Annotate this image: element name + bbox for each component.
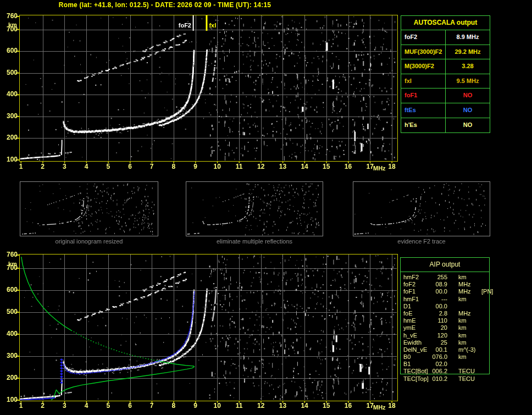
aip-label: Ewidth bbox=[403, 339, 431, 346]
aip-unit: TECU bbox=[447, 368, 478, 375]
aip-value: 08.9 bbox=[431, 281, 447, 288]
aip-unit: km bbox=[447, 339, 478, 346]
aip-label: hmF2 bbox=[403, 274, 431, 281]
aip-value: 255 bbox=[431, 274, 447, 281]
y-tick-label: 760 bbox=[0, 12, 18, 20]
x-tick-label: 6 bbox=[124, 163, 136, 170]
y-tick-label: 100 bbox=[0, 396, 18, 403]
parameter-value: 3.28 bbox=[446, 59, 490, 74]
x-tick-label: 16 bbox=[342, 163, 354, 170]
aip-row: Ewidth25km bbox=[403, 339, 489, 346]
aip-unit: km bbox=[447, 274, 478, 281]
aip-row: foE2.8MHz bbox=[403, 310, 489, 317]
aip-extra bbox=[478, 353, 489, 361]
aip-unit: MHz bbox=[447, 288, 478, 295]
y-tick-label: 300 bbox=[0, 112, 18, 120]
aip-value: 076.0 bbox=[431, 353, 447, 361]
parameter-value: 9.5 MHz bbox=[446, 74, 490, 88]
aip-unit: MHz bbox=[447, 281, 478, 288]
autoscala-row: fxI9.5 MHz bbox=[401, 74, 490, 89]
aip-unit bbox=[447, 303, 478, 310]
x-tick-label: 18 bbox=[386, 163, 398, 170]
parameter-label: foF1 bbox=[401, 88, 446, 103]
aip-unit bbox=[447, 361, 478, 368]
aip-extra bbox=[478, 368, 489, 375]
autoscala-row: ftEsNO bbox=[401, 103, 490, 118]
aip-value: 25 bbox=[431, 339, 447, 346]
aip-value: 00.0 bbox=[431, 288, 447, 295]
aip-row: hmF1---km bbox=[403, 296, 489, 303]
x-tick-label: 14 bbox=[298, 163, 311, 170]
autoscala-row: M(3000)F23.28 bbox=[401, 59, 490, 74]
parameter-value: NO bbox=[446, 88, 490, 103]
aip-unit: m^(-3) bbox=[447, 346, 478, 353]
y-tick-label: 100 bbox=[0, 156, 18, 163]
x-tick-label: 13 bbox=[276, 163, 289, 170]
x-tick-label: 16 bbox=[342, 402, 354, 410]
x-tick-label: 5 bbox=[102, 163, 114, 170]
parameter-label: MUF(3000)F2 bbox=[401, 45, 446, 59]
aip-row: TEC[Bot]006.2TECU bbox=[403, 368, 489, 375]
x-tick-label: 15 bbox=[320, 402, 332, 410]
parameter-label: ftEs bbox=[401, 103, 446, 118]
y-tick-label: 760 bbox=[0, 251, 18, 258]
y-tick-label: 400 bbox=[0, 330, 18, 337]
parameter-label: M(3000)F2 bbox=[401, 59, 446, 74]
aip-value: 110 bbox=[431, 317, 447, 324]
aip-label: D1 bbox=[403, 303, 431, 310]
mhz-unit-label: MHz bbox=[373, 165, 386, 171]
aip-table-title: AIP output bbox=[401, 258, 489, 272]
parameter-value: NO bbox=[446, 103, 490, 118]
aip-row: TEC[Top]010.2TECU bbox=[403, 375, 489, 383]
x-tick-label: 8 bbox=[168, 402, 180, 410]
aip-label: TEC[Bot] bbox=[403, 368, 431, 375]
x-tick-label: 18 bbox=[386, 402, 398, 410]
fof2-marker-label: foF2 bbox=[159, 22, 191, 29]
aip-row: DelN_vE00.1m^(-3) bbox=[403, 346, 489, 353]
aip-extra bbox=[478, 375, 489, 383]
aip-unit: MHz bbox=[447, 310, 478, 317]
x-tick-label: 13 bbox=[276, 402, 289, 410]
parameter-label: fxI bbox=[401, 74, 446, 88]
aip-extra bbox=[478, 274, 489, 281]
autoscala-output-table: AUTOSCALA output foF28.9 MHzMUF(3000)F22… bbox=[401, 15, 490, 133]
aip-label: B1 bbox=[403, 361, 431, 368]
y-tick-label: 600 bbox=[0, 286, 18, 294]
x-tick-label: 5 bbox=[102, 402, 114, 410]
aip-label: DelN_vE bbox=[403, 346, 431, 353]
x-tick-label: 14 bbox=[298, 402, 311, 410]
aip-value: 006.2 bbox=[431, 368, 447, 375]
thumbnail-caption-reflections: eliminate multiple reflections bbox=[186, 238, 323, 246]
y-tick-label: 500 bbox=[0, 69, 18, 76]
autoscala-row: MUF(3000)F229.2 MHz bbox=[401, 45, 490, 60]
aip-unit: km bbox=[447, 332, 478, 339]
aip-extra bbox=[478, 317, 489, 324]
aip-table-rows: hmF2255kmfoF208.9MHzfoF100.0MHz[PN]hmF1-… bbox=[401, 272, 489, 383]
y-tick-label: 200 bbox=[0, 374, 18, 381]
aip-row: ymE20km bbox=[403, 324, 489, 331]
aip-label: hmF1 bbox=[403, 296, 431, 303]
aip-extra bbox=[478, 361, 489, 368]
aip-value: 00.1 bbox=[431, 346, 447, 353]
autoscala-table-title: AUTOSCALA output bbox=[401, 16, 490, 30]
aip-row: hmF2255km bbox=[403, 274, 489, 281]
aip-extra bbox=[478, 310, 489, 317]
x-tick-label: 9 bbox=[190, 163, 202, 170]
aip-label: foF2 bbox=[403, 281, 431, 288]
aip-value: 02.0 bbox=[431, 361, 447, 368]
km-unit-label: km bbox=[8, 261, 17, 267]
aip-label: B0 bbox=[403, 353, 431, 361]
x-tick-label: 9 bbox=[190, 402, 202, 410]
aip-extra bbox=[478, 296, 489, 303]
x-tick-label: 10 bbox=[211, 163, 223, 170]
y-tick-label: 500 bbox=[0, 308, 18, 316]
aip-unit: km bbox=[447, 296, 478, 303]
aip-extra bbox=[478, 303, 489, 310]
parameter-value: 29.2 MHz bbox=[446, 45, 490, 59]
x-tick-label: 15 bbox=[320, 163, 332, 170]
aip-extra bbox=[478, 324, 489, 331]
aip-value: 00.0 bbox=[431, 303, 447, 310]
y-tick-label: 400 bbox=[0, 90, 18, 98]
aip-row: hmE110km bbox=[403, 317, 489, 324]
autoscala-row: foF1NO bbox=[401, 88, 490, 103]
